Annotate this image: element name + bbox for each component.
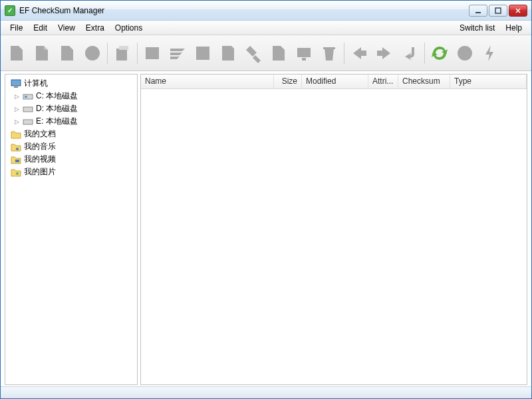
tree-pictures[interactable]: 我的图片 (7, 166, 136, 178)
svg-rect-0 (475, 12, 481, 13)
tree-music[interactable]: 我的音乐 (7, 140, 136, 153)
tb-trash[interactable] (317, 41, 341, 65)
svg-rect-12 (11, 80, 21, 86)
tb-nav-back[interactable] (347, 41, 371, 65)
tb-lightning[interactable] (478, 41, 502, 65)
menu-options[interactable]: Options (110, 22, 148, 34)
tb-checksum-repair[interactable] (241, 41, 265, 65)
file-add-icon (32, 43, 52, 63)
box-copy-icon (112, 43, 132, 63)
tb-file-add[interactable] (30, 41, 54, 65)
svg-point-11 (458, 46, 472, 61)
nav-forward-icon (374, 43, 394, 63)
expand-icon[interactable]: ▷ (13, 118, 20, 125)
svg-point-18 (16, 148, 19, 150)
col-attri[interactable]: Attri... (368, 74, 398, 88)
tree-item-label: D: 本地磁盘 (36, 103, 78, 114)
drive-icon (23, 104, 33, 114)
maximize-icon (495, 7, 501, 14)
drive-icon (23, 91, 33, 102)
svg-rect-6 (119, 46, 128, 50)
menu-extra[interactable]: Extra (80, 22, 110, 34)
menu-help[interactable]: Help (500, 22, 527, 34)
toolbar (1, 35, 531, 71)
tree-documents[interactable]: 我的文档 (7, 128, 136, 140)
status-bar (1, 386, 531, 398)
tree-drive-d[interactable]: ▷ D: 本地磁盘 (7, 102, 136, 115)
tb-nav-return[interactable] (398, 41, 422, 65)
menu-file[interactable]: File (5, 22, 28, 34)
col-checksum[interactable]: Checksum (398, 74, 450, 88)
tree-item-label: 我的图片 (24, 166, 56, 178)
tb-checksum-copy[interactable] (267, 41, 291, 65)
file-new-icon (7, 43, 27, 63)
col-type[interactable]: Type (450, 74, 527, 88)
tb-checksum-write[interactable] (216, 41, 240, 65)
menu-switch-list[interactable]: Switch list (454, 22, 500, 34)
svg-rect-8 (196, 47, 209, 60)
refresh-icon (430, 43, 450, 63)
app-icon: ✓ (5, 5, 15, 16)
svg-rect-7 (146, 47, 159, 59)
toolbar-separator (137, 43, 138, 64)
folder-icon (11, 129, 21, 140)
tb-refresh[interactable] (428, 41, 452, 65)
trash-icon (319, 43, 339, 63)
checksum-write-icon (218, 43, 238, 63)
toolbar-separator (424, 43, 425, 64)
record-icon (455, 43, 475, 63)
computer-icon (11, 78, 21, 89)
tb-checksum-run[interactable] (140, 41, 164, 65)
minimize-button[interactable] (469, 5, 487, 17)
minimize-icon (475, 7, 481, 14)
tb-checksum-display[interactable] (292, 41, 316, 65)
tb-box-copy[interactable] (110, 41, 134, 65)
tb-file-new[interactable] (5, 41, 29, 65)
tb-nav-forward[interactable] (372, 41, 396, 65)
svg-rect-1 (495, 8, 501, 13)
tb-file-tag[interactable] (55, 41, 79, 65)
toolbar-separator (344, 43, 344, 64)
close-button[interactable] (509, 5, 527, 17)
drive-icon (23, 116, 33, 127)
menu-bar: File Edit View Extra Options Switch list… (1, 21, 531, 35)
folder-icon (11, 142, 21, 152)
col-modified[interactable]: Modified (302, 74, 368, 88)
checksum-verify-icon (193, 43, 213, 63)
tb-checksum-list[interactable] (166, 41, 190, 65)
tree-drive-c[interactable]: ▷ C: 本地磁盘 (7, 90, 136, 102)
tree-drive-e[interactable]: ▷ E: 本地磁盘 (7, 115, 136, 128)
col-name[interactable]: Name (141, 74, 274, 88)
list-body[interactable] (141, 89, 527, 384)
tree-item-label: 我的视频 (24, 154, 56, 165)
tb-circle[interactable] (80, 41, 104, 65)
svg-rect-10 (302, 58, 306, 61)
list-panel: Name Size Modified Attri... Checksum Typ… (140, 74, 527, 385)
menu-view[interactable]: View (53, 22, 80, 34)
tree-panel[interactable]: 计算机 ▷ C: 本地磁盘 ▷ D: 本地磁盘 ▷ E: 本地磁盘 我的文档 我… (5, 74, 138, 385)
tree-videos[interactable]: 我的视频 (7, 153, 136, 166)
tree-item-label: C: 本地磁盘 (36, 90, 78, 102)
expand-icon[interactable]: ▷ (13, 93, 20, 100)
tree-root[interactable]: 计算机 (7, 77, 136, 90)
expand-icon[interactable]: ▷ (13, 106, 20, 112)
tb-checksum-verify[interactable] (191, 41, 215, 65)
tb-record[interactable] (453, 41, 477, 65)
svg-rect-19 (15, 160, 19, 162)
svg-rect-15 (25, 96, 27, 98)
title-bar: ✓ EF CheckSum Manager (1, 1, 531, 21)
col-size[interactable]: Size (274, 74, 302, 88)
tree-root-label: 计算机 (24, 78, 48, 89)
window-title: EF CheckSum Manager (19, 6, 469, 15)
svg-rect-13 (14, 86, 18, 88)
maximize-button[interactable] (489, 5, 507, 17)
menu-edit[interactable]: Edit (28, 22, 53, 34)
file-tag-icon (57, 43, 77, 63)
svg-rect-17 (23, 120, 33, 124)
svg-rect-5 (116, 49, 127, 61)
svg-point-20 (16, 172, 19, 175)
checksum-list-icon (168, 43, 188, 63)
toolbar-separator (107, 43, 108, 64)
tree-item-label: 我的音乐 (24, 141, 56, 152)
nav-return-icon (400, 43, 420, 63)
